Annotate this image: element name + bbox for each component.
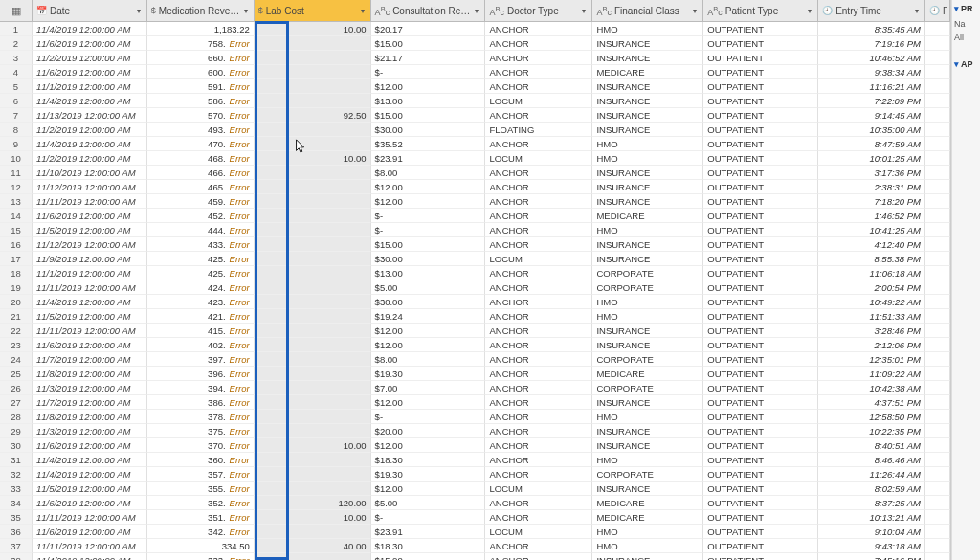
cell-pat[interactable]: OUTPATIENT <box>703 94 818 108</box>
table-row[interactable]: 2611/3/2019 12:00:00 AM394.Error$7.00ANC… <box>0 381 950 395</box>
cell-cons[interactable]: $- <box>371 510 486 525</box>
row-index[interactable]: 9 <box>0 137 33 151</box>
cell-doc[interactable]: ANCHOR <box>485 295 592 309</box>
cell-time[interactable]: 7:18:20 PM <box>818 194 925 209</box>
row-index[interactable]: 27 <box>0 395 33 410</box>
cell-med[interactable]: 452.Error <box>147 209 255 223</box>
row-index[interactable]: 8 <box>0 123 33 137</box>
cell-doc[interactable]: FLOATING <box>485 123 592 137</box>
cell-cons[interactable]: $30.00 <box>371 295 486 309</box>
cell-lab[interactable]: 10.00 <box>255 151 371 166</box>
cell-fin[interactable]: INSURANCE <box>592 395 703 410</box>
table-row[interactable]: 1311/11/2019 12:00:00 AM459.Error$12.00A… <box>0 194 950 209</box>
cell-cons[interactable]: $12.00 <box>371 338 486 352</box>
cell-time[interactable]: 10:49:22 AM <box>818 295 925 309</box>
cell-cons[interactable]: $5.00 <box>371 496 486 510</box>
cell-post[interactable] <box>925 467 950 482</box>
cell-med[interactable]: 396.Error <box>147 367 255 381</box>
cell-lab[interactable] <box>255 525 371 539</box>
cell-doc[interactable]: ANCHOR <box>485 51 592 65</box>
cell-lab[interactable] <box>255 194 371 209</box>
cell-fin[interactable]: HMO <box>592 410 703 424</box>
cell-lab[interactable]: 92.50 <box>255 108 371 123</box>
cell-pat[interactable]: OUTPATIENT <box>703 237 818 252</box>
table-row[interactable]: 3511/11/2019 12:00:00 AM351.Error10.00$-… <box>0 510 950 525</box>
cell-doc[interactable]: ANCHOR <box>485 280 592 295</box>
row-index[interactable]: 3 <box>0 51 33 65</box>
cell-date[interactable]: 11/5/2019 12:00:00 AM <box>33 223 147 237</box>
table-row[interactable]: 2911/3/2019 12:00:00 AM375.Error$20.00AN… <box>0 424 950 438</box>
row-index[interactable]: 18 <box>0 266 33 280</box>
cell-cons[interactable]: $15.00 <box>371 553 486 560</box>
cell-med[interactable]: 468.Error <box>147 151 255 166</box>
table-corner[interactable]: ▦ <box>0 0 33 21</box>
cell-med[interactable]: 466.Error <box>147 166 255 180</box>
header-entry-time[interactable]: 🕘 Entry Time ▾ <box>818 0 925 21</box>
cell-med[interactable]: 423.Error <box>147 295 255 309</box>
cell-lab[interactable] <box>255 467 371 482</box>
cell-fin[interactable]: INSURANCE <box>592 338 703 352</box>
table-row[interactable]: 3111/4/2019 12:00:00 AM360.Error$18.30AN… <box>0 453 950 467</box>
cell-time[interactable]: 7:19:16 PM <box>818 36 925 51</box>
row-index[interactable]: 6 <box>0 94 33 108</box>
cell-doc[interactable]: ANCHOR <box>485 65 592 79</box>
cell-time[interactable]: 2:38:31 PM <box>818 180 925 194</box>
cell-date[interactable]: 11/4/2019 12:00:00 AM <box>33 467 147 482</box>
cell-med[interactable]: 352.Error <box>147 496 255 510</box>
cell-cons[interactable]: $30.00 <box>371 123 486 137</box>
cell-lab[interactable] <box>255 180 371 194</box>
cell-lab[interactable] <box>255 381 371 395</box>
cell-time[interactable]: 8:02:59 AM <box>818 482 925 496</box>
dropdown-icon[interactable]: ▾ <box>134 6 144 15</box>
cell-fin[interactable]: HMO <box>592 151 703 166</box>
cell-doc[interactable]: ANCHOR <box>485 137 592 151</box>
row-index[interactable]: 7 <box>0 108 33 123</box>
cell-time[interactable]: 11:06:18 AM <box>818 266 925 280</box>
cell-doc[interactable]: ANCHOR <box>485 324 592 338</box>
dropdown-icon[interactable]: ▾ <box>241 6 251 15</box>
cell-lab[interactable]: 10.00 <box>255 22 371 36</box>
cell-med[interactable]: 333.Error <box>147 553 255 560</box>
cell-fin[interactable]: MEDICARE <box>592 209 703 223</box>
cell-date[interactable]: 11/4/2019 12:00:00 AM <box>33 553 147 560</box>
cell-med[interactable]: 425.Error <box>147 252 255 266</box>
table-row[interactable]: 3011/6/2019 12:00:00 AM370.Error10.00$12… <box>0 438 950 453</box>
cell-pat[interactable]: OUTPATIENT <box>703 381 818 395</box>
cell-med[interactable]: 357.Error <box>147 467 255 482</box>
cell-pat[interactable]: OUTPATIENT <box>703 123 818 137</box>
cell-pat[interactable]: OUTPATIENT <box>703 180 818 194</box>
table-row[interactable]: 311/2/2019 12:00:00 AM660.Error$21.17ANC… <box>0 51 950 65</box>
cell-fin[interactable]: HMO <box>592 525 703 539</box>
cell-date[interactable]: 11/2/2019 12:00:00 AM <box>33 51 147 65</box>
cell-doc[interactable]: ANCHOR <box>485 180 592 194</box>
table-row[interactable]: 611/4/2019 12:00:00 AM586.Error$13.00LOC… <box>0 94 950 108</box>
cell-med[interactable]: 425.Error <box>147 266 255 280</box>
cell-cons[interactable]: $13.00 <box>371 94 486 108</box>
cell-doc[interactable]: ANCHOR <box>485 381 592 395</box>
cell-med[interactable]: 355.Error <box>147 482 255 496</box>
cell-pat[interactable]: OUTPATIENT <box>703 266 818 280</box>
cell-doc[interactable]: ANCHOR <box>485 410 592 424</box>
cell-med[interactable]: 1,183.22 <box>147 22 255 36</box>
cell-fin[interactable]: HMO <box>592 223 703 237</box>
cell-post[interactable] <box>925 51 950 65</box>
row-index[interactable]: 30 <box>0 438 33 453</box>
cell-date[interactable]: 11/6/2019 12:00:00 AM <box>33 525 147 539</box>
cell-date[interactable]: 11/6/2019 12:00:00 AM <box>33 36 147 51</box>
cell-pat[interactable]: OUTPATIENT <box>703 467 818 482</box>
cell-lab[interactable]: 120.00 <box>255 496 371 510</box>
cell-fin[interactable]: INSURANCE <box>592 194 703 209</box>
table-row[interactable]: 3811/4/2019 12:00:00 AM333.Error$15.00AN… <box>0 553 950 560</box>
cell-fin[interactable]: INSURANCE <box>592 237 703 252</box>
cell-date[interactable]: 11/6/2019 12:00:00 AM <box>33 438 147 453</box>
row-index[interactable]: 21 <box>0 309 33 324</box>
cell-lab[interactable] <box>255 338 371 352</box>
row-index[interactable]: 26 <box>0 381 33 395</box>
cell-date[interactable]: 11/3/2019 12:00:00 AM <box>33 424 147 438</box>
header-post[interactable]: 🕘 Pos <box>925 0 950 21</box>
dropdown-icon[interactable]: ▾ <box>690 6 700 15</box>
cell-fin[interactable]: HMO <box>592 539 703 553</box>
cell-med[interactable]: 360.Error <box>147 453 255 467</box>
cell-doc[interactable]: ANCHOR <box>485 22 592 36</box>
cell-cons[interactable]: $12.00 <box>371 395 486 410</box>
